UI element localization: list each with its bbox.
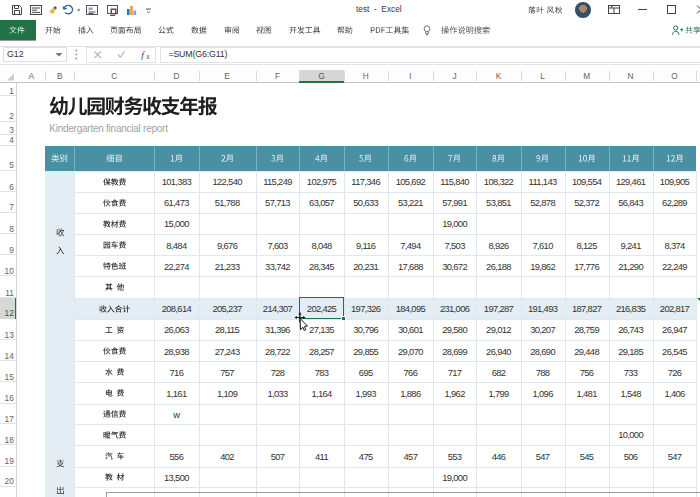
svg-text:x: x xyxy=(145,52,150,60)
